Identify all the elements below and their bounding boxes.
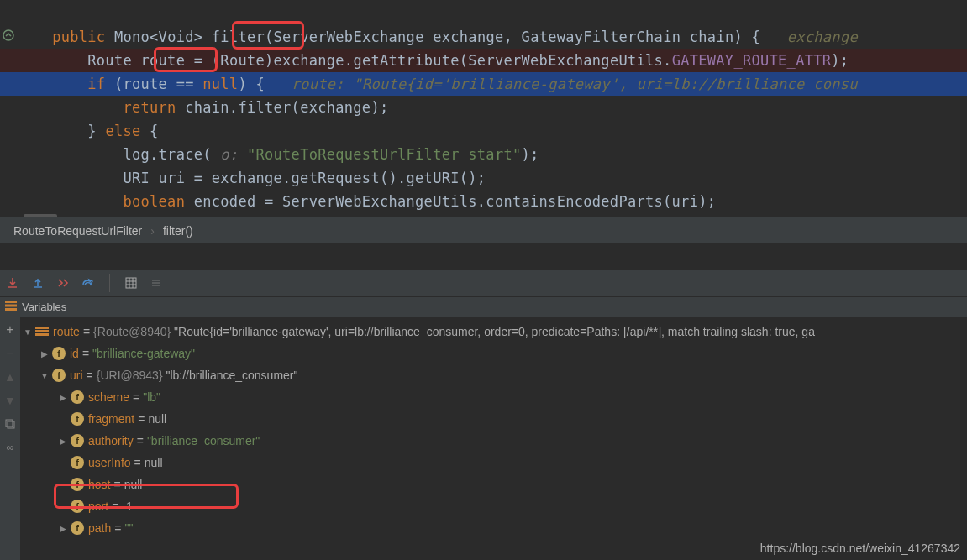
watermark: https://blog.csdn.net/weixin_41267342 [760,542,960,555]
settings-icon[interactable] [149,275,164,290]
link-icon[interactable]: ∞ [3,440,18,455]
svg-rect-1 [126,278,136,288]
field-icon: f [71,521,84,535]
vars-gutter: + − ▲ ▼ ∞ [0,317,20,560]
grid-icon[interactable] [124,275,139,290]
tree-row[interactable]: f fragment = null [20,408,967,430]
up-icon[interactable]: ▲ [3,369,18,385]
breadcrumb-separator: › [150,224,155,238]
override-gutter-icon[interactable] [3,29,14,41]
expand-arrow-right[interactable]: ▶ [57,524,69,533]
minus-icon[interactable]: − [3,346,18,361]
copy-icon[interactable] [3,416,18,432]
field-icon: f [71,434,84,447]
field-icon: f [52,369,66,382]
tree-row[interactable]: ▶ f scheme = "lb" [20,386,967,408]
code-line[interactable]: public Mono<Void> filter(ServerWebExchan… [0,25,967,49]
tree-row[interactable]: f port = -1 [20,495,967,517]
field-icon: f [71,412,84,426]
object-icon [35,327,49,337]
breadcrumb[interactable]: RouteToRequestUrlFilter › filter() [0,217,967,243]
stack-icon [5,301,17,313]
upload-icon[interactable] [30,275,45,290]
debug-panel: Variables + − ▲ ▼ ∞ ▼ route = {Route@894… [0,243,967,560]
svg-rect-3 [5,305,17,307]
expand-arrow-right[interactable]: ▶ [39,349,50,359]
svg-rect-6 [8,421,14,428]
field-icon: f [71,500,84,513]
code-editor[interactable]: public Mono<Void> filter(ServerWebExchan… [0,0,967,217]
code-line[interactable]: log.trace( o: "RouteToRequestUrlFilter s… [0,143,967,166]
plus-icon[interactable]: + [3,322,18,338]
variables-tree[interactable]: ▼ route = {Route@8940} "Route{id='brilli… [20,317,967,560]
code-line[interactable]: URI uri = exchange.getRequest().getURI()… [0,166,967,190]
field-icon: f [71,456,84,469]
code-line-current[interactable]: if (route == null) { route: "Route{id='b… [0,72,967,96]
code-line[interactable]: Route route = (Route)exchange.getAttribu… [0,49,967,72]
down-icon[interactable]: ▼ [3,393,18,408]
tree-row-route[interactable]: ▼ route = {Route@8940} "Route{id='brilli… [20,321,967,343]
svg-rect-4 [5,308,17,311]
tree-row[interactable]: f userInfo = null [20,452,967,474]
variables-label: Variables [22,301,66,313]
svg-point-0 [3,30,13,40]
breadcrumb-method[interactable]: filter() [163,224,193,238]
step-icon[interactable] [55,275,71,290]
field-icon: f [52,347,66,360]
editor-scrollbar[interactable] [0,213,967,217]
code-line[interactable]: } else { [0,119,967,143]
tree-row-host[interactable]: f host = null [20,474,967,495]
expand-arrow-down[interactable]: ▼ [22,327,34,337]
expand-arrow-right[interactable]: ▶ [57,437,69,446]
svg-rect-2 [5,301,17,303]
tree-row[interactable]: ▶ f id = "brilliance-gateway" [20,343,967,364]
debug-toolbar [0,269,967,297]
field-icon: f [71,478,84,491]
variables-header[interactable]: Variables [0,297,967,317]
expand-arrow-down[interactable]: ▼ [39,371,50,380]
code-line[interactable]: return chain.filter(exchange); [0,96,967,119]
tree-row[interactable]: ▼ f uri = {URI@8943} "lb://brilliance_co… [20,364,967,386]
expand-arrow-right[interactable]: ▶ [57,393,69,402]
breadcrumb-class[interactable]: RouteToRequestUrlFilter [13,224,142,238]
code-line[interactable]: boolean encoded = ServerWebExchangeUtils… [0,190,967,213]
field-icon: f [71,390,84,404]
tree-row[interactable]: ▶ f authority = "brilliance_consumer" [20,430,967,452]
download-icon[interactable] [5,275,20,290]
tree-row[interactable]: ▶ f path = "" [20,517,967,539]
svg-rect-5 [6,420,13,427]
step-over-icon[interactable] [81,275,96,290]
